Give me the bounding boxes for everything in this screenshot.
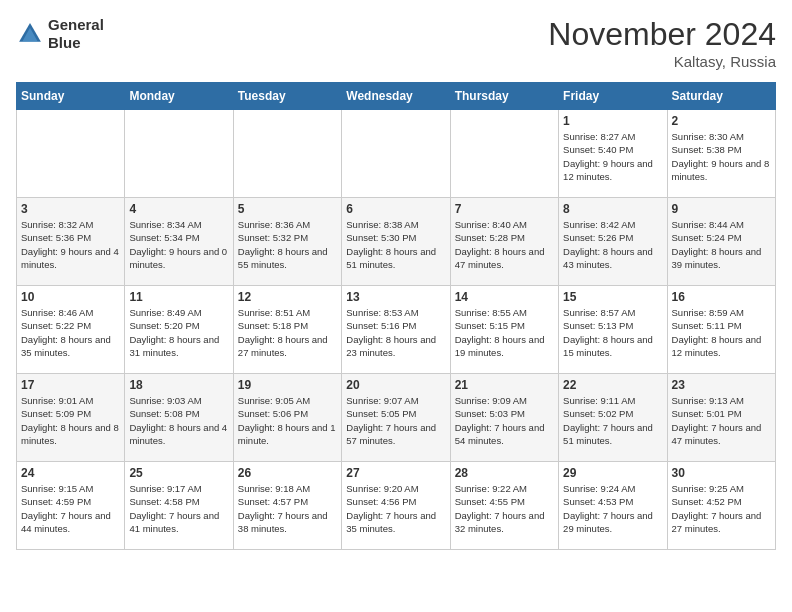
calendar-cell: 8Sunrise: 8:42 AM Sunset: 5:26 PM Daylig… (559, 198, 667, 286)
day-number: 2 (672, 114, 771, 128)
day-info: Sunrise: 9:15 AM Sunset: 4:59 PM Dayligh… (21, 482, 120, 535)
day-number: 1 (563, 114, 662, 128)
logo: General Blue (16, 16, 104, 52)
calendar-cell (233, 110, 341, 198)
day-info: Sunrise: 9:03 AM Sunset: 5:08 PM Dayligh… (129, 394, 228, 447)
calendar-cell: 30Sunrise: 9:25 AM Sunset: 4:52 PM Dayli… (667, 462, 775, 550)
day-info: Sunrise: 8:46 AM Sunset: 5:22 PM Dayligh… (21, 306, 120, 359)
day-number: 9 (672, 202, 771, 216)
day-number: 25 (129, 466, 228, 480)
day-number: 24 (21, 466, 120, 480)
weekday-header: Wednesday (342, 83, 450, 110)
day-number: 13 (346, 290, 445, 304)
day-number: 15 (563, 290, 662, 304)
calendar-table: SundayMondayTuesdayWednesdayThursdayFrid… (16, 82, 776, 550)
calendar-cell: 28Sunrise: 9:22 AM Sunset: 4:55 PM Dayli… (450, 462, 558, 550)
day-info: Sunrise: 8:27 AM Sunset: 5:40 PM Dayligh… (563, 130, 662, 183)
day-info: Sunrise: 9:13 AM Sunset: 5:01 PM Dayligh… (672, 394, 771, 447)
day-info: Sunrise: 8:49 AM Sunset: 5:20 PM Dayligh… (129, 306, 228, 359)
calendar-cell (450, 110, 558, 198)
day-info: Sunrise: 9:25 AM Sunset: 4:52 PM Dayligh… (672, 482, 771, 535)
calendar-cell: 10Sunrise: 8:46 AM Sunset: 5:22 PM Dayli… (17, 286, 125, 374)
day-info: Sunrise: 9:07 AM Sunset: 5:05 PM Dayligh… (346, 394, 445, 447)
calendar-cell: 16Sunrise: 8:59 AM Sunset: 5:11 PM Dayli… (667, 286, 775, 374)
page-header: General Blue November 2024 Kaltasy, Russ… (16, 16, 776, 70)
calendar-cell (342, 110, 450, 198)
calendar-cell: 3Sunrise: 8:32 AM Sunset: 5:36 PM Daylig… (17, 198, 125, 286)
calendar-cell: 12Sunrise: 8:51 AM Sunset: 5:18 PM Dayli… (233, 286, 341, 374)
calendar-cell (125, 110, 233, 198)
day-number: 17 (21, 378, 120, 392)
day-info: Sunrise: 9:20 AM Sunset: 4:56 PM Dayligh… (346, 482, 445, 535)
calendar-week: 1Sunrise: 8:27 AM Sunset: 5:40 PM Daylig… (17, 110, 776, 198)
calendar-cell: 1Sunrise: 8:27 AM Sunset: 5:40 PM Daylig… (559, 110, 667, 198)
day-info: Sunrise: 9:05 AM Sunset: 5:06 PM Dayligh… (238, 394, 337, 447)
calendar-cell: 4Sunrise: 8:34 AM Sunset: 5:34 PM Daylig… (125, 198, 233, 286)
calendar-cell: 9Sunrise: 8:44 AM Sunset: 5:24 PM Daylig… (667, 198, 775, 286)
day-info: Sunrise: 9:11 AM Sunset: 5:02 PM Dayligh… (563, 394, 662, 447)
calendar-cell: 11Sunrise: 8:49 AM Sunset: 5:20 PM Dayli… (125, 286, 233, 374)
day-number: 29 (563, 466, 662, 480)
location: Kaltasy, Russia (548, 53, 776, 70)
day-number: 27 (346, 466, 445, 480)
calendar-week: 3Sunrise: 8:32 AM Sunset: 5:36 PM Daylig… (17, 198, 776, 286)
calendar-cell: 19Sunrise: 9:05 AM Sunset: 5:06 PM Dayli… (233, 374, 341, 462)
calendar-week: 10Sunrise: 8:46 AM Sunset: 5:22 PM Dayli… (17, 286, 776, 374)
calendar-cell: 22Sunrise: 9:11 AM Sunset: 5:02 PM Dayli… (559, 374, 667, 462)
day-info: Sunrise: 9:18 AM Sunset: 4:57 PM Dayligh… (238, 482, 337, 535)
day-number: 12 (238, 290, 337, 304)
day-number: 6 (346, 202, 445, 216)
day-number: 14 (455, 290, 554, 304)
weekday-header: Thursday (450, 83, 558, 110)
calendar-cell: 29Sunrise: 9:24 AM Sunset: 4:53 PM Dayli… (559, 462, 667, 550)
logo-text: General Blue (48, 16, 104, 52)
calendar-cell: 5Sunrise: 8:36 AM Sunset: 5:32 PM Daylig… (233, 198, 341, 286)
day-info: Sunrise: 8:36 AM Sunset: 5:32 PM Dayligh… (238, 218, 337, 271)
calendar-cell: 7Sunrise: 8:40 AM Sunset: 5:28 PM Daylig… (450, 198, 558, 286)
calendar-cell: 2Sunrise: 8:30 AM Sunset: 5:38 PM Daylig… (667, 110, 775, 198)
day-info: Sunrise: 8:38 AM Sunset: 5:30 PM Dayligh… (346, 218, 445, 271)
day-number: 4 (129, 202, 228, 216)
day-info: Sunrise: 9:17 AM Sunset: 4:58 PM Dayligh… (129, 482, 228, 535)
day-number: 30 (672, 466, 771, 480)
calendar-cell: 18Sunrise: 9:03 AM Sunset: 5:08 PM Dayli… (125, 374, 233, 462)
calendar-cell (17, 110, 125, 198)
day-number: 21 (455, 378, 554, 392)
calendar-cell: 13Sunrise: 8:53 AM Sunset: 5:16 PM Dayli… (342, 286, 450, 374)
logo-icon (16, 20, 44, 48)
calendar-cell: 20Sunrise: 9:07 AM Sunset: 5:05 PM Dayli… (342, 374, 450, 462)
day-info: Sunrise: 8:34 AM Sunset: 5:34 PM Dayligh… (129, 218, 228, 271)
calendar-cell: 23Sunrise: 9:13 AM Sunset: 5:01 PM Dayli… (667, 374, 775, 462)
day-number: 20 (346, 378, 445, 392)
day-number: 23 (672, 378, 771, 392)
day-number: 22 (563, 378, 662, 392)
day-info: Sunrise: 8:30 AM Sunset: 5:38 PM Dayligh… (672, 130, 771, 183)
day-info: Sunrise: 8:53 AM Sunset: 5:16 PM Dayligh… (346, 306, 445, 359)
day-number: 26 (238, 466, 337, 480)
day-info: Sunrise: 9:09 AM Sunset: 5:03 PM Dayligh… (455, 394, 554, 447)
day-info: Sunrise: 9:22 AM Sunset: 4:55 PM Dayligh… (455, 482, 554, 535)
day-number: 10 (21, 290, 120, 304)
day-info: Sunrise: 8:55 AM Sunset: 5:15 PM Dayligh… (455, 306, 554, 359)
weekday-header: Friday (559, 83, 667, 110)
calendar-cell: 21Sunrise: 9:09 AM Sunset: 5:03 PM Dayli… (450, 374, 558, 462)
calendar-cell: 27Sunrise: 9:20 AM Sunset: 4:56 PM Dayli… (342, 462, 450, 550)
weekday-header: Saturday (667, 83, 775, 110)
day-info: Sunrise: 8:44 AM Sunset: 5:24 PM Dayligh… (672, 218, 771, 271)
day-number: 8 (563, 202, 662, 216)
calendar-cell: 6Sunrise: 8:38 AM Sunset: 5:30 PM Daylig… (342, 198, 450, 286)
day-info: Sunrise: 8:59 AM Sunset: 5:11 PM Dayligh… (672, 306, 771, 359)
weekday-header: Tuesday (233, 83, 341, 110)
day-number: 11 (129, 290, 228, 304)
day-number: 7 (455, 202, 554, 216)
day-number: 5 (238, 202, 337, 216)
day-number: 19 (238, 378, 337, 392)
calendar-cell: 26Sunrise: 9:18 AM Sunset: 4:57 PM Dayli… (233, 462, 341, 550)
calendar-week: 24Sunrise: 9:15 AM Sunset: 4:59 PM Dayli… (17, 462, 776, 550)
day-info: Sunrise: 8:40 AM Sunset: 5:28 PM Dayligh… (455, 218, 554, 271)
day-info: Sunrise: 8:57 AM Sunset: 5:13 PM Dayligh… (563, 306, 662, 359)
calendar-cell: 14Sunrise: 8:55 AM Sunset: 5:15 PM Dayli… (450, 286, 558, 374)
calendar-week: 17Sunrise: 9:01 AM Sunset: 5:09 PM Dayli… (17, 374, 776, 462)
day-info: Sunrise: 8:51 AM Sunset: 5:18 PM Dayligh… (238, 306, 337, 359)
day-number: 28 (455, 466, 554, 480)
